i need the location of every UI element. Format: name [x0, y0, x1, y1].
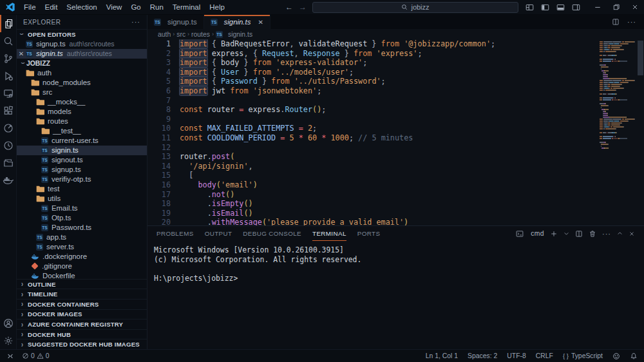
- activity-bar-item-search-icon[interactable]: [0, 32, 16, 50]
- menu-item-file[interactable]: File: [19, 0, 41, 14]
- menu-item-edit[interactable]: Edit: [41, 0, 62, 14]
- status-encoding[interactable]: UTF-8: [507, 352, 526, 359]
- tree-item-test[interactable]: test: [17, 184, 147, 194]
- section-header-azure-container-registry[interactable]: ›AZURE CONTAINER REGISTRY: [17, 319, 147, 329]
- close-panel-icon[interactable]: [629, 231, 635, 237]
- tree-item-signup-ts[interactable]: TSsignup.ts: [17, 165, 147, 175]
- chevron-down-icon[interactable]: [564, 231, 569, 236]
- activity-bar-item-run-debug-icon[interactable]: [0, 67, 16, 84]
- code-editor[interactable]: 1import { BadRequestError, validateReque…: [147, 39, 644, 225]
- remote-indicator-icon[interactable]: [6, 352, 14, 360]
- activity-bar-item-settings-gear-icon[interactable]: [0, 332, 16, 349]
- activity-bar-item-account-icon[interactable]: [0, 314, 16, 332]
- restore-button[interactable]: [607, 0, 625, 14]
- panel-tab-debug-console[interactable]: DEBUG CONSOLE: [243, 227, 301, 241]
- status-eol[interactable]: CRLF: [536, 352, 553, 359]
- activity-bar-item-testing-icon[interactable]: [0, 119, 16, 137]
- activity-bar-item-source-control-icon[interactable]: [0, 50, 16, 67]
- tree-item--test-[interactable]: __test__: [17, 126, 147, 136]
- command-center-search[interactable]: jobizz: [312, 2, 518, 13]
- tree-item-auth[interactable]: auth: [17, 68, 147, 78]
- tree-item-email-ts[interactable]: TSEmail.ts: [17, 204, 147, 213]
- split-editor-icon[interactable]: [612, 18, 620, 26]
- history-forward-icon[interactable]: →: [299, 3, 307, 12]
- explorer-more-actions-icon[interactable]: ···: [131, 18, 140, 26]
- close-window-button[interactable]: [625, 0, 644, 14]
- close-editor-icon[interactable]: ✕: [17, 50, 26, 57]
- editor-tab-signin-ts[interactable]: TSsignin.ts✕: [204, 15, 270, 29]
- menu-item-run[interactable]: Run: [146, 0, 168, 14]
- tree-item-jobizz[interactable]: ›JOBIZZ: [17, 59, 147, 68]
- menu-item-help[interactable]: Help: [205, 0, 229, 14]
- minimap[interactable]: [600, 41, 635, 149]
- tree-item--gitignore[interactable]: .gitignore: [17, 262, 147, 271]
- open-editor-item[interactable]: TSsignup.tsauth\src\routes: [17, 39, 147, 49]
- section-header-timeline[interactable]: ›TIMELINE: [17, 289, 147, 299]
- tree-item-routes[interactable]: routes: [17, 117, 147, 126]
- menu-item-terminal[interactable]: Terminal: [168, 0, 205, 14]
- tree-item-otp-ts[interactable]: TSOtp.ts: [17, 213, 147, 223]
- activity-bar-item-history-icon[interactable]: [0, 137, 16, 154]
- tree-item-current-user-ts[interactable]: TScurrent-user.ts: [17, 136, 147, 146]
- menu-item-go[interactable]: Go: [126, 0, 145, 14]
- tree-item--mocks-[interactable]: __mocks__: [17, 97, 147, 107]
- section-header-suggested-docker-hub-images[interactable]: ›SUGGESTED DOCKER HUB IMAGES: [17, 339, 147, 349]
- bell-icon[interactable]: [630, 352, 638, 360]
- activity-bar-item-remote-explorer-icon[interactable]: [0, 84, 16, 102]
- tree-item-app-ts[interactable]: TSapp.ts: [17, 233, 147, 242]
- toggle-secondary-sidebar-icon[interactable]: [572, 3, 580, 12]
- activity-bar-item-docker-icon[interactable]: [0, 171, 16, 189]
- status-language-mode[interactable]: { }TypeScript: [563, 352, 603, 359]
- split-terminal-icon[interactable]: [575, 230, 583, 238]
- status-cursor-position[interactable]: Ln 1, Col 1: [426, 352, 458, 359]
- chevron-up-icon[interactable]: [617, 231, 623, 236]
- open-editors-header[interactable]: › OPEN EDITORS: [17, 29, 147, 39]
- minimize-button[interactable]: [588, 0, 607, 14]
- section-header-docker-hub[interactable]: ›DOCKER HUB: [17, 329, 147, 339]
- tree-item-server-ts[interactable]: TSserver.ts: [17, 242, 147, 252]
- new-terminal-icon[interactable]: [550, 230, 558, 238]
- breadcrumb-item[interactable]: auth: [158, 31, 171, 38]
- status-indentation[interactable]: Spaces: 2: [468, 352, 497, 359]
- tree-item--dockerignore[interactable]: .dockerignore: [17, 252, 147, 262]
- panel-tab-terminal[interactable]: TERMINAL: [312, 227, 346, 241]
- tree-item-dockerfile[interactable]: Dockerfile: [17, 271, 147, 279]
- activity-bar-item-extensions-icon[interactable]: [0, 102, 16, 119]
- section-header-outline[interactable]: ›OUTLINE: [17, 279, 147, 289]
- editor-tab-signup-ts[interactable]: TSsignup.ts: [147, 15, 204, 29]
- tree-item-signout-ts[interactable]: TSsignout.ts: [17, 155, 147, 165]
- trash-icon[interactable]: [589, 230, 596, 238]
- panel-tab-problems[interactable]: PROBLEMS: [156, 227, 194, 241]
- open-editor-item[interactable]: ✕TSsignin.tsauth\src\routes: [17, 49, 147, 59]
- tree-item-password-ts[interactable]: TSPassword.ts: [17, 223, 147, 233]
- customize-layout-icon[interactable]: [526, 3, 534, 12]
- history-back-icon[interactable]: ←: [285, 3, 293, 12]
- terminal-output[interactable]: Microsoft Windows [Version 10.0.26100.39…: [147, 241, 644, 347]
- breadcrumb-item[interactable]: signin.ts: [228, 31, 252, 38]
- section-header-docker-containers[interactable]: ›DOCKER CONTAINERS: [17, 299, 147, 309]
- panel-tab-output[interactable]: OUTPUT: [205, 227, 232, 241]
- menu-item-selection[interactable]: Selection: [62, 0, 101, 14]
- breadcrumb-item[interactable]: src: [176, 31, 185, 38]
- problems-status[interactable]: 0 0: [22, 352, 50, 359]
- toggle-sidebar-icon[interactable]: [541, 3, 549, 12]
- code-line: 13router.post(: [147, 152, 644, 162]
- tree-item-models[interactable]: models: [17, 107, 147, 117]
- feedback-smiley-icon[interactable]: [612, 352, 620, 360]
- panel-more-actions-icon[interactable]: ···: [602, 230, 611, 238]
- tree-item-signin-ts[interactable]: TSsignin.ts: [17, 146, 147, 155]
- close-tab-icon[interactable]: ✕: [258, 19, 263, 26]
- activity-bar-item-project-folder-icon[interactable]: [0, 154, 16, 171]
- tree-item-utils[interactable]: utils: [17, 194, 147, 204]
- activity-bar-item-files-icon[interactable]: [0, 15, 16, 32]
- tree-item-node-modules[interactable]: node_modules: [17, 78, 147, 88]
- editor-more-actions-icon[interactable]: ···: [627, 18, 636, 26]
- tree-item-verifiy-otp-ts[interactable]: TSverifiy-otp.ts: [17, 175, 147, 184]
- breadcrumb-item[interactable]: routes: [191, 31, 210, 38]
- editor-scrollbar[interactable]: [638, 41, 643, 75]
- tree-item-src[interactable]: src: [17, 88, 147, 97]
- menu-item-view[interactable]: View: [102, 0, 127, 14]
- toggle-panel-icon[interactable]: [556, 3, 565, 12]
- section-header-docker-images[interactable]: ›DOCKER IMAGES: [17, 309, 147, 319]
- panel-tab-ports[interactable]: PORTS: [357, 227, 381, 241]
